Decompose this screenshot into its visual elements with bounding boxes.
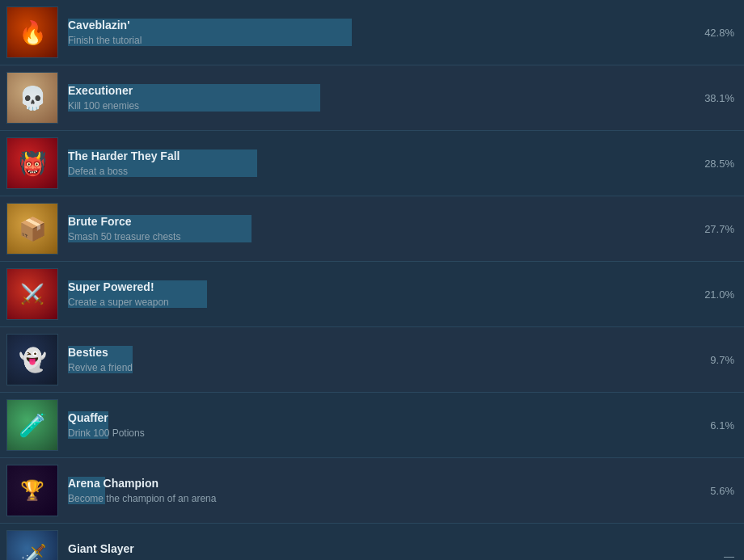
achievement-content: Arena Champion Become the champion of an… bbox=[68, 477, 694, 504]
achievement-content: The Harder They Fall Defeat a boss bbox=[68, 149, 694, 177]
achievement-content: Brute Force Smash 50 treasure chests bbox=[68, 215, 694, 242]
achievement-title: Caveblazin' bbox=[68, 19, 694, 32]
achievement-description: Finish the tutorial bbox=[68, 35, 694, 46]
achievement-icon: 👻 bbox=[6, 334, 58, 385]
achievement-row: 🗡️ Giant Slayer Defeat all of the regula… bbox=[0, 524, 744, 560]
achievement-icon: 🧪 bbox=[6, 399, 58, 451]
achievement-description: Smash 50 treasure chests bbox=[68, 231, 694, 242]
achievement-row: 💀 Executioner Kill 100 enemies 38.1% bbox=[0, 65, 744, 131]
achievement-row: 🏆 Arena Champion Become the champion of … bbox=[0, 458, 744, 524]
achievement-row: 👹 The Harder They Fall Defeat a boss 28.… bbox=[0, 131, 744, 196]
achievement-content: Super Powered! Create a super weapon bbox=[68, 280, 694, 308]
achievement-icon: 👹 bbox=[6, 137, 58, 189]
achievement-content: Giant Slayer Defeat all of the regular b… bbox=[68, 542, 694, 560]
achievement-content: Besties Revive a friend bbox=[68, 346, 694, 373]
achievement-description: Revive a friend bbox=[68, 362, 694, 373]
achievement-icon: 💀 bbox=[6, 72, 58, 124]
achievement-icon: 📦 bbox=[6, 203, 58, 255]
achievement-icon: 🔥 bbox=[6, 6, 58, 58]
achievement-row: 📦 Brute Force Smash 50 treasure chests 2… bbox=[0, 196, 744, 262]
achievement-title: Brute Force bbox=[68, 215, 694, 228]
achievement-row: ⚔️ Super Powered! Create a super weapon … bbox=[0, 262, 744, 327]
achievement-row: 🔥 Caveblazin' Finish the tutorial 42.8% bbox=[0, 0, 744, 65]
achievement-title: Besties bbox=[68, 346, 694, 359]
achievement-title: Quaffer bbox=[68, 411, 694, 424]
achievement-icon: ⚔️ bbox=[6, 268, 58, 320]
achievement-content: Quaffer Drink 100 Potions bbox=[68, 411, 694, 439]
achievement-title: The Harder They Fall bbox=[68, 149, 694, 162]
achievement-row: 🧪 Quaffer Drink 100 Potions 6.1% bbox=[0, 393, 744, 458]
achievement-description: Kill 100 enemies bbox=[68, 100, 694, 112]
achievement-content: Executioner Kill 100 enemies bbox=[68, 84, 694, 112]
achievement-content: Caveblazin' Finish the tutorial bbox=[68, 19, 694, 46]
achievement-description: Defeat a boss bbox=[68, 166, 694, 177]
achievement-description: Become the champion of an arena bbox=[68, 493, 694, 504]
achievement-description: Create a super weapon bbox=[68, 297, 694, 308]
achievement-row: 👻 Besties Revive a friend 9.7% bbox=[0, 327, 744, 393]
achievement-title: Arena Champion bbox=[68, 477, 694, 490]
achievement-title: Giant Slayer bbox=[68, 542, 694, 555]
achievement-title: Super Powered! bbox=[68, 280, 694, 293]
achievement-title: Executioner bbox=[68, 84, 694, 97]
achievement-description: Drink 100 Potions bbox=[68, 427, 694, 439]
achievement-icon: 🗡️ bbox=[6, 530, 58, 560]
achievement-icon: 🏆 bbox=[6, 465, 58, 516]
achievements-list: 🔥 Caveblazin' Finish the tutorial 42.8% … bbox=[0, 0, 744, 560]
